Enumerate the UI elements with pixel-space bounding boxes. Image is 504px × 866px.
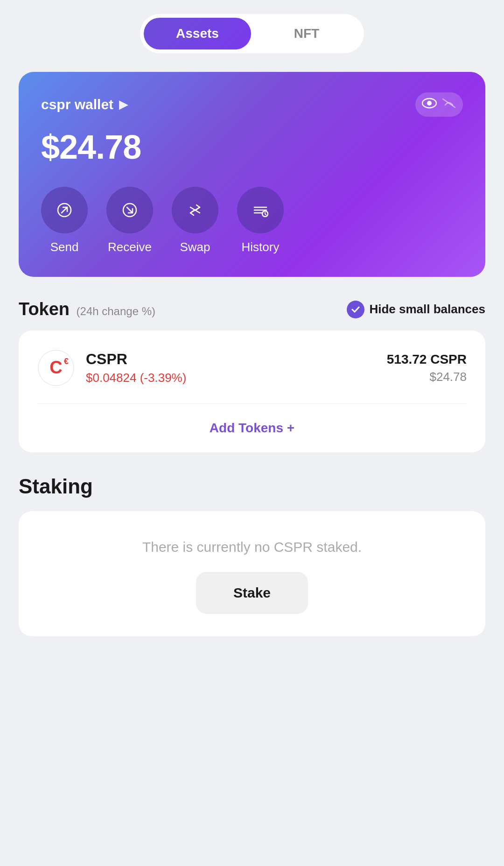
tab-switcher: Assets NFT <box>19 0 485 53</box>
eye-open-icon <box>422 97 437 112</box>
token-symbol: CSPR <box>86 351 387 368</box>
token-price-change: $0.04824 (-3.39%) <box>86 371 387 385</box>
receive-action[interactable]: Receive <box>106 187 153 254</box>
action-buttons: Send Receive <box>41 187 463 254</box>
tab-container: Assets NFT <box>140 14 364 53</box>
add-tokens-button[interactable]: Add Tokens + <box>210 421 294 436</box>
swap-action[interactable]: Swap <box>172 187 218 254</box>
svg-point-1 <box>427 101 432 106</box>
tab-assets[interactable]: Assets <box>144 18 251 49</box>
staking-title: Staking <box>19 475 485 498</box>
wallet-card-header: cspr wallet ▶ <box>41 92 463 117</box>
history-label: History <box>242 240 280 254</box>
receive-button[interactable] <box>106 187 153 233</box>
swap-label: Swap <box>180 240 210 254</box>
svg-text:€: € <box>64 357 69 366</box>
swap-button[interactable] <box>172 187 218 233</box>
wallet-name-arrow-icon: ▶ <box>119 98 127 111</box>
receive-label: Receive <box>108 240 152 254</box>
eye-closed-icon <box>441 98 456 112</box>
history-action[interactable]: History <box>237 187 284 254</box>
svg-line-13 <box>265 214 266 215</box>
token-row[interactable]: C € CSPR $0.04824 (-3.39%) 513.72 CSPR $… <box>37 349 467 404</box>
stake-button[interactable]: Stake <box>196 572 308 614</box>
send-action[interactable]: Send <box>41 187 88 254</box>
token-card: C € CSPR $0.04824 (-3.39%) 513.72 CSPR $… <box>19 331 485 452</box>
token-amount: 513.72 CSPR <box>387 352 467 367</box>
hide-small-balances-button[interactable]: Hide small balances <box>347 301 485 318</box>
check-icon <box>347 301 364 318</box>
token-section-header: Token (24h change %) Hide small balances <box>19 299 485 319</box>
history-button[interactable] <box>237 187 284 233</box>
token-section-title: Token <box>19 299 70 319</box>
wallet-card: cspr wallet ▶ <box>19 72 485 277</box>
staking-card: There is currently no CSPR staked. Stake <box>19 511 485 636</box>
wallet-name: cspr wallet ▶ <box>41 97 127 113</box>
svg-line-5 <box>127 207 133 213</box>
send-button[interactable] <box>41 187 88 233</box>
svg-line-3 <box>62 207 67 213</box>
token-info: CSPR $0.04824 (-3.39%) <box>86 351 387 385</box>
visibility-toggle-button[interactable] <box>415 92 463 117</box>
token-value: $24.78 <box>387 370 467 384</box>
token-section-subtitle: (24h change %) <box>77 305 155 317</box>
token-title-group: Token (24h change %) <box>19 299 155 319</box>
send-label: Send <box>50 240 79 254</box>
cspr-logo: C € <box>37 349 75 387</box>
wallet-name-text: cspr wallet <box>41 97 113 113</box>
token-amounts: 513.72 CSPR $24.78 <box>387 352 467 384</box>
add-tokens-row: Add Tokens + <box>37 404 467 452</box>
hide-balances-label: Hide small balances <box>369 302 485 317</box>
tab-nft[interactable]: NFT <box>253 18 360 49</box>
staking-section: Staking There is currently no CSPR stake… <box>19 475 485 636</box>
staking-empty-text: There is currently no CSPR staked. <box>142 539 362 555</box>
svg-text:C: C <box>49 358 62 377</box>
wallet-balance: $24.78 <box>41 128 463 166</box>
